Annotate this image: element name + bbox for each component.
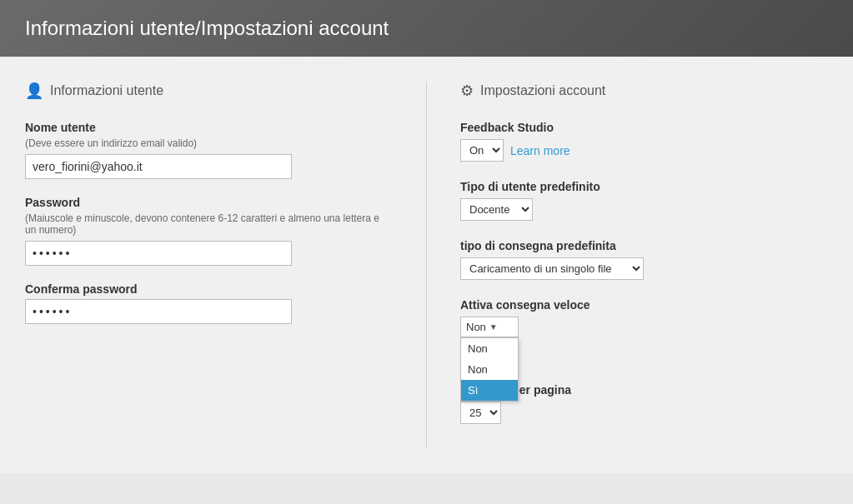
left-panel: 👤 Informazioni utente Nome utente (Deve …	[25, 82, 427, 448]
attiva-arrow: ▼	[489, 322, 498, 332]
attiva-dropdown-trigger[interactable]: Non ▼	[460, 317, 519, 337]
password-input[interactable]	[25, 241, 292, 266]
feedback-label: Feedback Studio	[460, 121, 828, 134]
user-icon: 👤	[25, 82, 43, 100]
elementi-select[interactable]: 25 10 50	[460, 402, 501, 424]
tipo-utente-label: Tipo di utente predefinito	[460, 180, 828, 193]
attiva-option-si[interactable]: Sì	[461, 380, 518, 401]
user-info-section-title: 👤 Informazioni utente	[25, 82, 393, 100]
feedback-select[interactable]: On Off	[460, 139, 504, 162]
tipo-utente-select[interactable]: Docente Studente	[460, 198, 533, 221]
learn-more-link[interactable]: Learn more	[510, 144, 570, 157]
nome-label: Nome utente	[25, 121, 393, 134]
feedback-studio-group: Feedback Studio On Off Learn more	[460, 121, 828, 162]
nome-utente-group: Nome utente (Deve essere un indirizzo em…	[25, 121, 393, 179]
conferma-label: Conferma password	[25, 282, 393, 296]
page-header: Informazioni utente/Impostazioni account	[0, 0, 853, 57]
right-panel: ⚙ Impostazioni account Feedback Studio O…	[427, 82, 828, 448]
attiva-dropdown-menu: Non Non Sì	[460, 337, 519, 402]
tipo-consegna-group: tipo di consegna predefinita Caricamento…	[460, 239, 828, 280]
password-hint: (Maiuscole e minuscole, devono contenere…	[25, 212, 393, 236]
nome-hint: (Deve essere un indirizzo email valido)	[25, 137, 393, 149]
page-title: Informazioni utente/Impostazioni account	[25, 17, 828, 40]
password-group: Password (Maiuscole e minuscole, devono …	[25, 196, 393, 266]
attiva-current-value: Non	[466, 321, 486, 333]
attiva-consegna-group: Attiva consegna veloce Non ▼ Non Non Sì …	[460, 298, 828, 424]
attiva-option-non1[interactable]: Non	[461, 338, 518, 359]
tipo-consegna-label: tipo di consegna predefinita	[460, 239, 828, 252]
attiva-label: Attiva consegna veloce	[460, 298, 828, 312]
gear-icon: ⚙	[460, 82, 474, 100]
account-settings-section-title: ⚙ Impostazioni account	[460, 82, 828, 100]
password-label: Password	[25, 196, 393, 209]
tipo-consegna-select[interactable]: Caricamento di un singolo file Caricamen…	[460, 257, 644, 280]
attiva-dropdown-container: Non ▼ Non Non Sì	[460, 317, 519, 337]
tipo-utente-group: Tipo di utente predefinito Docente Stude…	[460, 180, 828, 221]
conferma-input[interactable]	[25, 299, 292, 324]
conferma-password-group: Conferma password	[25, 282, 393, 324]
attiva-option-non2[interactable]: Non	[461, 359, 518, 380]
nome-input[interactable]	[25, 154, 292, 179]
